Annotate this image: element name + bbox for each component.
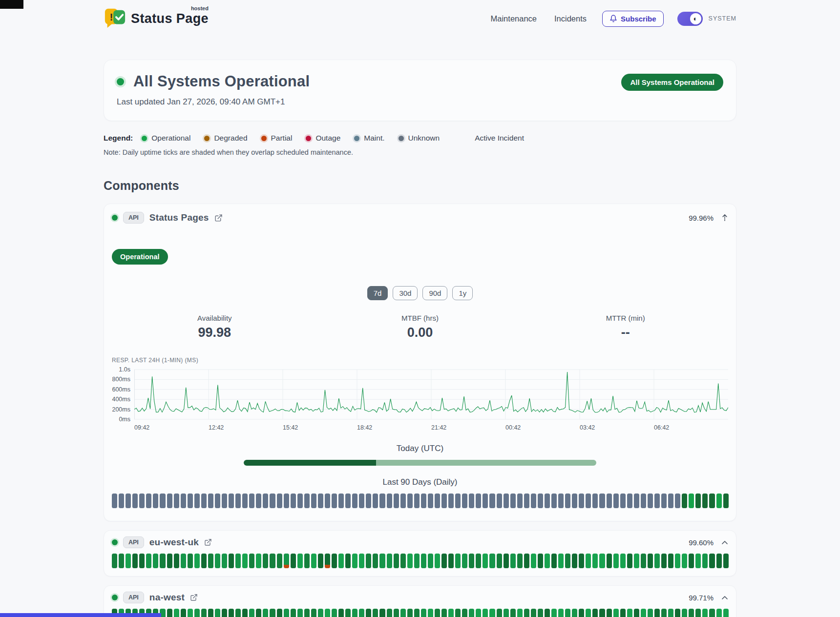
- uptime-day-tick[interactable]: [607, 554, 612, 568]
- uptime-day-tick[interactable]: [483, 494, 488, 508]
- uptime-day-tick[interactable]: [504, 609, 509, 617]
- uptime-day-tick[interactable]: [235, 494, 241, 508]
- uptime-day-tick[interactable]: [455, 554, 461, 568]
- uptime-day-tick[interactable]: [648, 609, 653, 617]
- uptime-day-tick[interactable]: [249, 554, 254, 568]
- uptime-day-tick[interactable]: [654, 609, 660, 617]
- uptime-day-tick[interactable]: [675, 609, 680, 617]
- external-link-icon[interactable]: [190, 594, 198, 601]
- uptime-day-tick[interactable]: [201, 609, 207, 617]
- uptime-day-tick[interactable]: [263, 494, 268, 508]
- uptime-day-tick[interactable]: [359, 494, 364, 508]
- uptime-day-tick[interactable]: [291, 609, 296, 617]
- uptime-day-tick[interactable]: [682, 609, 687, 617]
- uptime-day-tick[interactable]: [586, 554, 591, 568]
- uptime-day-tick[interactable]: [119, 494, 124, 508]
- uptime-day-tick[interactable]: [489, 609, 495, 617]
- uptime-day-tick[interactable]: [160, 494, 165, 508]
- uptime-day-tick[interactable]: [695, 554, 701, 568]
- uptime-day-tick[interactable]: [400, 494, 406, 508]
- uptime-day-tick[interactable]: [222, 494, 227, 508]
- uptime-day-tick[interactable]: [352, 494, 357, 508]
- uptime-day-tick[interactable]: [414, 609, 420, 617]
- uptime-day-tick[interactable]: [675, 494, 680, 508]
- uptime-day-tick[interactable]: [462, 494, 467, 508]
- uptime-day-tick[interactable]: [462, 609, 467, 617]
- uptime-day-tick[interactable]: [504, 554, 509, 568]
- collapse-arrow-icon[interactable]: [721, 214, 728, 222]
- uptime-day-tick[interactable]: [524, 554, 529, 568]
- uptime-day-tick[interactable]: [599, 609, 605, 617]
- uptime-day-tick[interactable]: [249, 609, 254, 617]
- range-button-90d[interactable]: 90d: [422, 286, 447, 300]
- uptime-day-tick[interactable]: [695, 609, 701, 617]
- uptime-day-tick[interactable]: [517, 609, 523, 617]
- uptime-day-tick[interactable]: [558, 554, 564, 568]
- uptime-day-tick[interactable]: [524, 494, 529, 508]
- uptime-day-tick[interactable]: [586, 494, 591, 508]
- uptime-day-tick[interactable]: [249, 494, 254, 508]
- uptime-day-tick[interactable]: [352, 609, 357, 617]
- range-button-30d[interactable]: 30d: [393, 286, 418, 300]
- uptime-day-tick[interactable]: [428, 554, 433, 568]
- uptime-day-tick[interactable]: [325, 609, 330, 617]
- uptime-day-tick[interactable]: [297, 609, 303, 617]
- uptime-day-tick[interactable]: [435, 494, 440, 508]
- uptime-day-tick[interactable]: [469, 554, 474, 568]
- uptime-day-tick[interactable]: [599, 494, 605, 508]
- uptime-day-tick[interactable]: [201, 494, 207, 508]
- uptime-day-tick[interactable]: [318, 554, 323, 568]
- uptime-day-tick[interactable]: [455, 494, 461, 508]
- uptime-day-tick[interactable]: [545, 494, 550, 508]
- uptime-day-tick[interactable]: [139, 554, 145, 568]
- uptime-day-tick[interactable]: [551, 609, 557, 617]
- uptime-day-tick[interactable]: [531, 609, 536, 617]
- uptime-day-tick[interactable]: [242, 609, 248, 617]
- uptime-day-tick[interactable]: [277, 494, 282, 508]
- uptime-day-tick[interactable]: [607, 609, 612, 617]
- uptime-day-tick[interactable]: [194, 554, 200, 568]
- uptime-day-tick[interactable]: [565, 494, 570, 508]
- uptime-day-tick[interactable]: [489, 554, 495, 568]
- uptime-day-tick[interactable]: [160, 554, 165, 568]
- uptime-day-tick[interactable]: [579, 494, 584, 508]
- uptime-day-tick[interactable]: [709, 609, 714, 617]
- uptime-day-tick[interactable]: [387, 554, 392, 568]
- uptime-day-tick[interactable]: [572, 609, 577, 617]
- uptime-day-tick[interactable]: [709, 494, 714, 508]
- uptime-day-tick[interactable]: [352, 554, 357, 568]
- uptime-day-tick[interactable]: [558, 609, 564, 617]
- uptime-day-tick[interactable]: [572, 494, 577, 508]
- uptime-day-tick[interactable]: [661, 554, 667, 568]
- uptime-day-tick[interactable]: [359, 609, 364, 617]
- uptime-day-tick[interactable]: [394, 609, 399, 617]
- uptime-day-tick[interactable]: [414, 554, 420, 568]
- uptime-day-tick[interactable]: [689, 609, 694, 617]
- uptime-day-tick[interactable]: [538, 494, 543, 508]
- uptime-day-tick[interactable]: [153, 554, 158, 568]
- uptime-day-tick[interactable]: [277, 554, 282, 568]
- uptime-day-tick[interactable]: [222, 609, 227, 617]
- uptime-day-tick[interactable]: [345, 609, 351, 617]
- uptime-day-tick[interactable]: [174, 494, 179, 508]
- uptime-day-tick[interactable]: [338, 554, 344, 568]
- uptime-day-tick[interactable]: [132, 554, 138, 568]
- uptime-day-tick[interactable]: [132, 494, 138, 508]
- uptime-day-tick[interactable]: [400, 609, 406, 617]
- uptime-day-tick[interactable]: [297, 494, 303, 508]
- uptime-day-tick[interactable]: [716, 609, 722, 617]
- uptime-day-tick[interactable]: [551, 554, 557, 568]
- uptime-day-tick[interactable]: [112, 494, 117, 508]
- uptime-day-tick[interactable]: [242, 554, 248, 568]
- uptime-day-tick[interactable]: [634, 554, 639, 568]
- uptime-day-tick[interactable]: [345, 494, 351, 508]
- uptime-day-tick[interactable]: [407, 554, 413, 568]
- external-link-icon[interactable]: [214, 214, 223, 222]
- uptime-day-tick[interactable]: [476, 554, 481, 568]
- uptime-day-tick[interactable]: [181, 609, 186, 617]
- uptime-day-tick[interactable]: [517, 554, 523, 568]
- uptime-day-tick[interactable]: [716, 554, 722, 568]
- uptime-day-tick[interactable]: [489, 494, 495, 508]
- uptime-day-tick[interactable]: [208, 494, 213, 508]
- uptime-day-tick[interactable]: [338, 609, 344, 617]
